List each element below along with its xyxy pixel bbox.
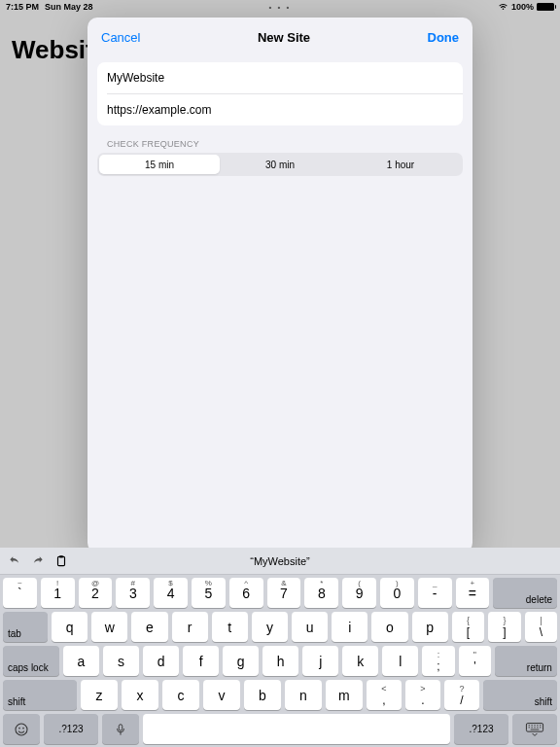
- key-z[interactable]: z: [81, 680, 118, 710]
- key-s[interactable]: s: [103, 646, 139, 676]
- key-9[interactable]: (9: [342, 578, 376, 608]
- freq-option-15min[interactable]: 15 min: [99, 155, 220, 174]
- key-h[interactable]: h: [262, 646, 298, 676]
- site-name-row[interactable]: [97, 62, 463, 93]
- key-return[interactable]: return: [495, 646, 557, 676]
- key-slash[interactable]: ?/: [444, 680, 479, 710]
- key-w[interactable]: w: [91, 612, 127, 642]
- key-quote[interactable]: "': [459, 646, 491, 676]
- key-bracket-right[interactable]: }]: [488, 612, 520, 642]
- svg-point-3: [18, 727, 20, 729]
- key-equals[interactable]: +=: [456, 578, 490, 608]
- check-frequency-label: CHECK FREQUENCY: [107, 139, 453, 149]
- clipboard-icon[interactable]: [54, 554, 68, 568]
- key-y[interactable]: y: [252, 612, 288, 642]
- keyboard-row-a: caps lock a s d f g h j k l :; "' return: [3, 646, 557, 676]
- key-space[interactable]: [143, 714, 450, 744]
- key-backtick[interactable]: ~`: [3, 578, 37, 608]
- key-q[interactable]: q: [52, 612, 88, 642]
- key-k[interactable]: k: [342, 646, 378, 676]
- keyboard-suggestion[interactable]: “MyWebsite”: [250, 555, 310, 567]
- key-2[interactable]: @2: [79, 578, 113, 608]
- wifi-icon: [498, 3, 508, 11]
- status-time: 7:15 PM: [6, 2, 39, 12]
- key-n[interactable]: n: [285, 680, 322, 710]
- status-battery-pct: 100%: [511, 2, 534, 12]
- keyboard-toolbar: “MyWebsite”: [0, 548, 560, 575]
- redo-icon[interactable]: [31, 554, 45, 568]
- done-button[interactable]: Done: [428, 30, 460, 45]
- key-backslash[interactable]: |\: [525, 612, 557, 642]
- key-comma[interactable]: <,: [367, 680, 402, 710]
- svg-rect-5: [119, 724, 122, 729]
- key-a[interactable]: a: [63, 646, 99, 676]
- key-v[interactable]: v: [203, 680, 240, 710]
- key-t[interactable]: t: [212, 612, 248, 642]
- keyboard-row-numbers: ~` !1 @2 #3 $4 %5 ^6 &7 *8 (9 )0 _- += d…: [3, 578, 557, 608]
- key-bracket-left[interactable]: {[: [452, 612, 484, 642]
- site-name-input[interactable]: [107, 71, 453, 85]
- check-frequency-segmented[interactable]: 15 min 30 min 1 hour: [97, 153, 463, 176]
- key-0[interactable]: )0: [380, 578, 414, 608]
- key-shift-left[interactable]: shift: [3, 680, 77, 710]
- key-x[interactable]: x: [122, 680, 158, 710]
- svg-rect-1: [59, 555, 63, 557]
- status-date: Sun May 28: [45, 2, 93, 12]
- svg-point-2: [16, 724, 27, 735]
- cancel-button[interactable]: Cancel: [101, 30, 140, 45]
- key-tab[interactable]: tab: [3, 612, 48, 642]
- key-delete[interactable]: delete: [493, 578, 557, 608]
- onscreen-keyboard: “MyWebsite” ~` !1 @2 #3 $4 %5 ^6 &7 *8 (…: [0, 548, 560, 747]
- key-shift-right[interactable]: shift: [483, 680, 557, 710]
- key-c[interactable]: c: [162, 680, 199, 710]
- svg-point-4: [22, 727, 24, 729]
- key-r[interactable]: r: [172, 612, 208, 642]
- site-url-input[interactable]: [107, 103, 453, 117]
- freq-option-1hour[interactable]: 1 hour: [340, 155, 461, 174]
- dismiss-keyboard-icon: [525, 722, 544, 737]
- key-7[interactable]: &7: [267, 578, 301, 608]
- key-minus[interactable]: _-: [418, 578, 452, 608]
- key-b[interactable]: b: [244, 680, 281, 710]
- battery-icon: [537, 3, 554, 11]
- key-o[interactable]: o: [371, 612, 407, 642]
- modal-title: New Site: [258, 30, 310, 45]
- key-e[interactable]: e: [131, 612, 167, 642]
- key-dismiss-keyboard[interactable]: [512, 714, 557, 744]
- key-j[interactable]: j: [302, 646, 338, 676]
- new-site-modal: Cancel New Site Done CHECK FREQUENCY 15 …: [88, 18, 472, 552]
- key-f[interactable]: f: [183, 646, 219, 676]
- microphone-icon: [114, 722, 127, 737]
- keyboard-row-bottom: .?123 .?123: [3, 714, 557, 744]
- key-l[interactable]: l: [382, 646, 418, 676]
- key-8[interactable]: *8: [304, 578, 338, 608]
- site-form-group: [97, 62, 463, 125]
- status-multitask-dots: • • •: [269, 3, 292, 12]
- key-1[interactable]: !1: [41, 578, 75, 608]
- key-mode-left[interactable]: .?123: [44, 714, 98, 744]
- key-3[interactable]: #3: [116, 578, 150, 608]
- key-emoji[interactable]: [3, 714, 40, 744]
- undo-icon[interactable]: [8, 554, 21, 568]
- status-bar: 7:15 PM Sun May 28 • • • 100%: [0, 0, 560, 14]
- keyboard-row-z: shift z x c v b n m <, >. ?/ shift: [3, 680, 557, 710]
- key-mode-right[interactable]: .?123: [454, 714, 508, 744]
- svg-rect-0: [58, 556, 65, 565]
- key-m[interactable]: m: [326, 680, 363, 710]
- key-6[interactable]: ^6: [229, 578, 263, 608]
- site-url-row[interactable]: [97, 94, 463, 125]
- emoji-icon: [14, 722, 29, 737]
- key-dictation[interactable]: [102, 714, 139, 744]
- key-u[interactable]: u: [292, 612, 328, 642]
- key-4[interactable]: $4: [154, 578, 188, 608]
- key-i[interactable]: i: [332, 612, 368, 642]
- key-d[interactable]: d: [143, 646, 179, 676]
- key-semicolon[interactable]: :;: [422, 646, 454, 676]
- keyboard-row-q: tab q w e r t y u i o p {[ }] |\: [3, 612, 557, 642]
- key-capslock[interactable]: caps lock: [3, 646, 59, 676]
- key-g[interactable]: g: [223, 646, 259, 676]
- key-period[interactable]: >.: [405, 680, 440, 710]
- key-5[interactable]: %5: [192, 578, 226, 608]
- freq-option-30min[interactable]: 30 min: [220, 155, 340, 174]
- key-p[interactable]: p: [412, 612, 448, 642]
